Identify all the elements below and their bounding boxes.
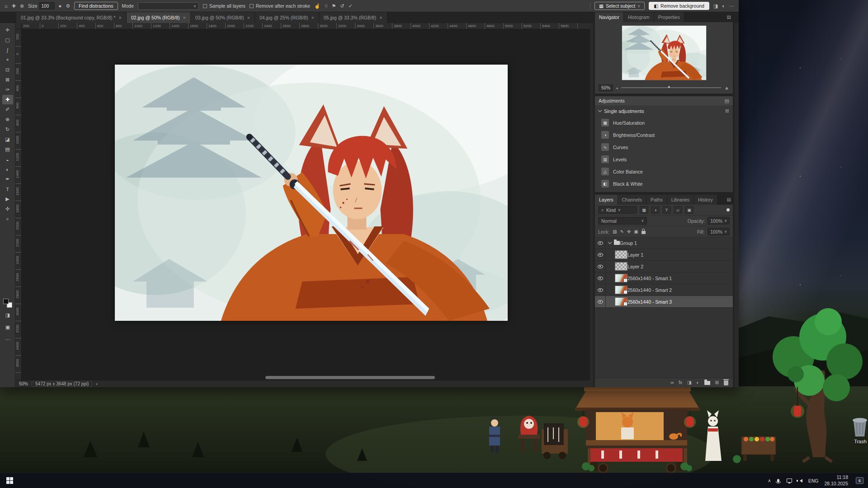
tab-paths[interactable]: Paths: [646, 195, 667, 205]
thumb-down-icon[interactable]: ☟: [325, 4, 328, 9]
pen-tool[interactable]: ✒: [2, 174, 13, 184]
close-icon[interactable]: ×: [119, 15, 122, 20]
clone-stamp-tool[interactable]: ⊕: [2, 115, 13, 124]
layer-row[interactable]: 2560x1440 - Smart 1: [595, 272, 733, 284]
filter-adjustment-layers-icon[interactable]: ◑: [651, 206, 660, 214]
canvas-artwork[interactable]: [115, 65, 508, 321]
remove-background-button[interactable]: ◧ Remove background: [649, 2, 709, 10]
layer-thumbnail[interactable]: [615, 286, 627, 294]
panel-menu-icon[interactable]: ▤: [725, 195, 733, 205]
visibility-toggle[interactable]: [595, 272, 606, 284]
adjustment-layer-icon[interactable]: ◐: [697, 380, 699, 385]
panel-menu-icon[interactable]: ▤: [725, 98, 729, 104]
display-icon[interactable]: [787, 479, 792, 483]
single-adjustments-row[interactable]: Single adjustments ⊞: [595, 105, 733, 117]
layer-effects-icon[interactable]: fx: [679, 380, 682, 385]
tray-expand-icon[interactable]: ∧: [768, 478, 771, 483]
canvas-inner[interactable]: [22, 29, 590, 380]
layer-row[interactable]: Group 1: [595, 237, 733, 249]
layer-thumbnail[interactable]: [615, 262, 627, 271]
new-group-icon[interactable]: [704, 381, 710, 385]
delete-layer-icon[interactable]: [724, 380, 728, 385]
lock-all-icon[interactable]: [642, 231, 646, 234]
adjustment-item[interactable]: ▦ Hue/Saturation: [595, 117, 733, 129]
crop-tool[interactable]: ⊡: [2, 65, 13, 75]
tab-histogram[interactable]: Histogram: [624, 12, 654, 22]
zoom-out-icon[interactable]: ▴: [616, 86, 618, 90]
toolbar-more-icon[interactable]: ⋯: [2, 335, 13, 344]
language-indicator[interactable]: ENG: [808, 478, 819, 483]
visibility-toggle[interactable]: [595, 249, 606, 260]
horizontal-scrollbar[interactable]: [265, 376, 435, 379]
filter-type-layers-icon[interactable]: T: [662, 206, 671, 214]
status-caret-icon[interactable]: ›: [96, 381, 97, 386]
tab-channels[interactable]: Channels: [618, 195, 646, 205]
ruler-corner[interactable]: [15, 23, 22, 29]
object-selection-tool[interactable]: ⌖: [2, 55, 13, 65]
filter-toggle[interactable]: [726, 208, 730, 211]
panel-menu-icon[interactable]: ▤: [725, 12, 733, 22]
brush-tool[interactable]: ✐: [2, 105, 13, 114]
more-options-icon[interactable]: ⋯: [729, 4, 734, 9]
layer-thumbnail[interactable]: [615, 297, 627, 306]
zoom-slider-handle[interactable]: ▲: [667, 84, 671, 89]
windows-start-button[interactable]: [6, 477, 13, 484]
layer-thumbnail[interactable]: [615, 250, 627, 259]
cursor-add-icon[interactable]: ⊕: [20, 4, 24, 9]
close-icon[interactable]: ×: [247, 15, 250, 20]
document-tab[interactable]: 03.jpg @ 50% (RGB/8) ×: [191, 12, 255, 23]
adjustment-item[interactable]: ∿ Curves: [595, 141, 733, 153]
filter-pixel-layers-icon[interactable]: ▦: [640, 206, 648, 214]
document-tab[interactable]: 01.jpg @ 33.3% (Background copy, RGB/8) …: [16, 12, 127, 23]
home-icon[interactable]: ⌂: [5, 4, 8, 9]
lock-artboard-icon[interactable]: ▣: [634, 230, 638, 234]
commit-icon[interactable]: ✓: [349, 4, 353, 9]
blend-mode-dropdown[interactable]: Normal ∨: [598, 217, 647, 225]
zoom-in-icon[interactable]: ▲: [724, 85, 729, 90]
blur-tool[interactable]: ◒: [2, 155, 13, 164]
foreground-color-swatch[interactable]: [3, 299, 9, 304]
document-tab[interactable]: 04.jpg @ 25% (RGB/8) ×: [255, 12, 319, 23]
color-swatches[interactable]: [3, 299, 12, 308]
layer-row[interactable]: Layer 1: [595, 249, 733, 261]
hand-tool[interactable]: ✣: [2, 204, 13, 214]
dodge-tool[interactable]: ◐: [2, 164, 13, 174]
zoom-tool[interactable]: ⌕: [2, 214, 13, 224]
volume-icon[interactable]: [798, 479, 802, 483]
lock-pixels-icon[interactable]: ✎: [620, 230, 624, 234]
visibility-toggle[interactable]: [595, 296, 606, 307]
opacity-value[interactable]: 100% ∨: [708, 217, 730, 225]
eyedropper-tool[interactable]: ✑: [2, 85, 13, 94]
status-zoom[interactable]: 50%: [19, 381, 28, 386]
filter-shape-layers-icon[interactable]: ▱: [674, 206, 682, 214]
adjustment-item[interactable]: △ Color Balance: [595, 165, 733, 178]
tab-history[interactable]: History: [694, 195, 717, 205]
zoom-slider[interactable]: ▲: [621, 87, 721, 88]
navigator-thumbnail[interactable]: [622, 25, 707, 80]
path-selection-tool[interactable]: ▶: [2, 194, 13, 204]
tab-layers[interactable]: Layers: [595, 195, 618, 205]
pin-icon[interactable]: ⚑: [331, 4, 336, 9]
visibility-toggle[interactable]: [595, 261, 606, 272]
screen-mode-icon[interactable]: ▣: [2, 323, 13, 332]
move-tool[interactable]: ✛: [2, 25, 13, 35]
select-subject-button[interactable]: ▦ Select subject ∨: [594, 2, 645, 10]
contrast-icon[interactable]: ◐: [722, 4, 725, 9]
layer-thumbnail[interactable]: [615, 274, 627, 282]
tab-properties[interactable]: Properties: [654, 12, 684, 22]
adjustment-item[interactable]: ▥ Levels: [595, 153, 733, 165]
chevron-down-icon[interactable]: [608, 240, 612, 244]
history-brush-tool[interactable]: ↻: [2, 125, 13, 134]
microphone-icon[interactable]: [777, 479, 779, 483]
new-layer-icon[interactable]: ⊞: [715, 380, 719, 385]
brush-tip-icon[interactable]: ●: [59, 4, 62, 9]
gear-icon[interactable]: ⚙: [66, 4, 70, 9]
adjustment-item[interactable]: ◧ Black & White: [595, 178, 733, 190]
kind-filter-dropdown[interactable]: ⌕ Kind ∨: [598, 206, 637, 214]
thumb-up-icon[interactable]: ☝: [314, 4, 321, 9]
size-input[interactable]: [39, 2, 55, 9]
type-tool[interactable]: T: [2, 184, 13, 194]
navigator-zoom-value[interactable]: 50%: [599, 84, 613, 91]
quick-mask-icon[interactable]: ◨: [2, 310, 13, 320]
fill-value[interactable]: 100% ∨: [708, 228, 730, 235]
